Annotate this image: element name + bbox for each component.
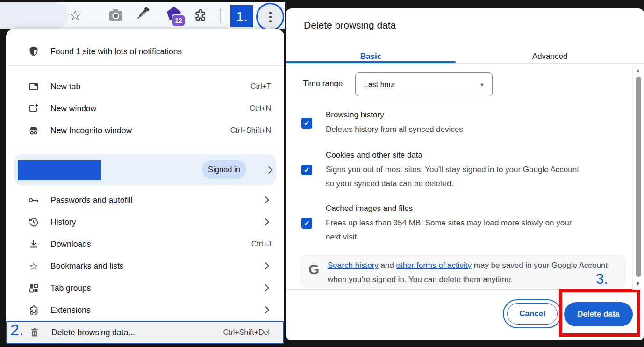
annotation-step-2: 2. xyxy=(10,321,23,339)
browser-menu-button[interactable] xyxy=(256,3,284,31)
menu-item-shortcut: Ctrl+Shift+N xyxy=(230,126,271,135)
menu-item-new-incognito-window[interactable]: New Incognito window Ctrl+Shift+N xyxy=(6,119,284,141)
option-description: Deletes history from all synced devices xyxy=(326,123,629,137)
delete-browsing-data-dialog: Delete browsing data Basic Advanced Time… xyxy=(286,8,644,340)
annotation-step-3: 3. xyxy=(596,271,608,288)
checkmark-icon: ✓ xyxy=(304,166,310,174)
trash-icon xyxy=(28,327,41,338)
scrollbar-track[interactable]: ▲ ▼ xyxy=(632,65,644,290)
key-icon xyxy=(27,195,40,206)
menu-item-downloads[interactable]: Downloads Ctrl+J xyxy=(6,233,284,255)
menu-item-label: New window xyxy=(50,103,96,113)
incognito-icon xyxy=(27,125,40,136)
new-tab-icon xyxy=(27,81,40,92)
chevron-right-icon xyxy=(262,196,270,203)
option-description: Signs you out of most sites. You'll stay… xyxy=(326,163,629,191)
chevron-right-icon xyxy=(262,218,270,225)
scrollbar-thumb[interactable] xyxy=(636,77,641,277)
extension-button[interactable]: 12 xyxy=(165,6,186,27)
menu-divider xyxy=(6,65,284,66)
menu-divider xyxy=(6,149,284,149)
menu-item-label: Passwords and autofill xyxy=(50,195,132,205)
time-range-label: Time range xyxy=(303,79,343,88)
menu-item-delete-browsing-data[interactable]: Delete browsing data... Ctrl+Shift+Del xyxy=(6,321,284,344)
menu-item-label: Downloads xyxy=(50,239,91,249)
account-name-redacted xyxy=(18,160,101,180)
notice-joiner: and xyxy=(379,261,396,270)
google-logo-icon: G xyxy=(308,261,319,277)
menu-item-label: Tab groups xyxy=(50,283,91,293)
menu-item-bookmarks-lists[interactable]: ☆ Bookmarks and lists xyxy=(6,255,284,277)
account-row[interactable]: Signed in xyxy=(14,154,276,185)
menu-item-label: New tab xyxy=(50,81,80,91)
checkmark-icon: ✓ xyxy=(304,219,310,228)
bookmark-star-icon[interactable]: ☆ xyxy=(69,9,81,22)
extensions-puzzle-icon[interactable] xyxy=(193,8,207,22)
tab-advanced[interactable]: Advanced xyxy=(456,50,644,64)
dialog-title: Delete browsing data xyxy=(304,20,396,31)
menu-item-shortcut: Ctrl+T xyxy=(250,82,271,91)
menu-item-extensions[interactable]: Extensions xyxy=(6,299,284,321)
browser-dropdown-menu: Found 1 site with lots of notifications … xyxy=(6,29,284,344)
chevron-right-icon xyxy=(265,166,273,174)
menu-item-label: History xyxy=(50,217,76,227)
option-title: Cookies and other site data xyxy=(326,151,422,160)
menu-item-history[interactable]: History xyxy=(6,211,284,233)
tab-groups-icon xyxy=(27,282,40,294)
menu-item-shortcut: Ctrl+J xyxy=(251,240,271,248)
checkbox-cached-images[interactable]: ✓ xyxy=(301,218,312,229)
menu-item-passwords-autofill[interactable]: Passwords and autofill xyxy=(6,189,284,211)
star-icon: ☆ xyxy=(27,260,40,272)
menu-item-tab-groups[interactable]: Tab groups xyxy=(6,277,284,299)
shield-icon xyxy=(27,46,40,57)
checkbox-browsing-history[interactable]: ✓ xyxy=(301,118,312,129)
browser-toolbar: ☆ 12 1. xyxy=(0,2,285,29)
toolbar-separator xyxy=(220,8,221,23)
other-activity-link[interactable]: other forms of activity xyxy=(396,261,472,270)
notice-text: Search history and other forms of activi… xyxy=(328,259,617,287)
chevron-right-icon xyxy=(262,262,270,269)
time-range-select[interactable]: Last hour ▼ xyxy=(355,72,493,96)
eyedropper-icon[interactable] xyxy=(136,7,150,22)
download-icon xyxy=(27,239,40,250)
camera-icon[interactable] xyxy=(108,8,123,21)
annotation-step-1: 1. xyxy=(230,5,253,27)
signed-in-badge: Signed in xyxy=(202,160,246,179)
menu-item-new-tab[interactable]: New tab Ctrl+T xyxy=(6,75,284,97)
scroll-down-arrow[interactable]: ▼ xyxy=(634,281,642,287)
search-history-link[interactable]: Search history xyxy=(328,261,379,270)
extension-badge: 12 xyxy=(172,14,186,27)
tab-row-border xyxy=(286,63,644,64)
time-range-value: Last hour xyxy=(364,80,395,89)
menu-item-label: New Incognito window xyxy=(50,125,132,135)
chevron-right-icon xyxy=(262,284,270,291)
menu-item-shortcut: Ctrl+N xyxy=(250,104,271,113)
option-description: Frees up less than 354 MB. Some sites ma… xyxy=(326,216,629,244)
option-title: Cached images and files xyxy=(326,204,413,213)
menu-item-safety-notification[interactable]: Found 1 site with lots of notifications xyxy=(6,40,284,62)
checkmark-icon: ✓ xyxy=(304,119,310,128)
menu-item-shortcut: Ctrl+Shift+Del xyxy=(223,328,270,337)
scroll-up-arrow[interactable]: ▲ xyxy=(634,67,642,74)
new-window-icon xyxy=(27,103,40,114)
google-account-notice: G Search history and other forms of acti… xyxy=(301,255,625,287)
checkbox-cookies[interactable]: ✓ xyxy=(301,165,312,175)
address-bar[interactable] xyxy=(0,2,69,29)
dropdown-caret-icon: ▼ xyxy=(479,82,485,87)
menu-item-label: Found 1 site with lots of notifications xyxy=(50,46,182,56)
cancel-button-focus-ring: Cancel xyxy=(503,299,562,328)
annotation-red-box xyxy=(559,289,640,337)
menu-item-label: Delete browsing data... xyxy=(51,327,135,337)
menu-item-new-window[interactable]: New window Ctrl+N xyxy=(6,97,284,119)
menu-item-label: Extensions xyxy=(50,305,91,315)
cancel-button[interactable]: Cancel xyxy=(507,303,558,325)
extensions-puzzle-icon xyxy=(27,304,40,316)
history-icon xyxy=(27,217,40,228)
chevron-right-icon xyxy=(262,306,270,313)
option-title: Browsing history xyxy=(326,110,384,120)
menu-item-label: Bookmarks and lists xyxy=(50,261,124,271)
